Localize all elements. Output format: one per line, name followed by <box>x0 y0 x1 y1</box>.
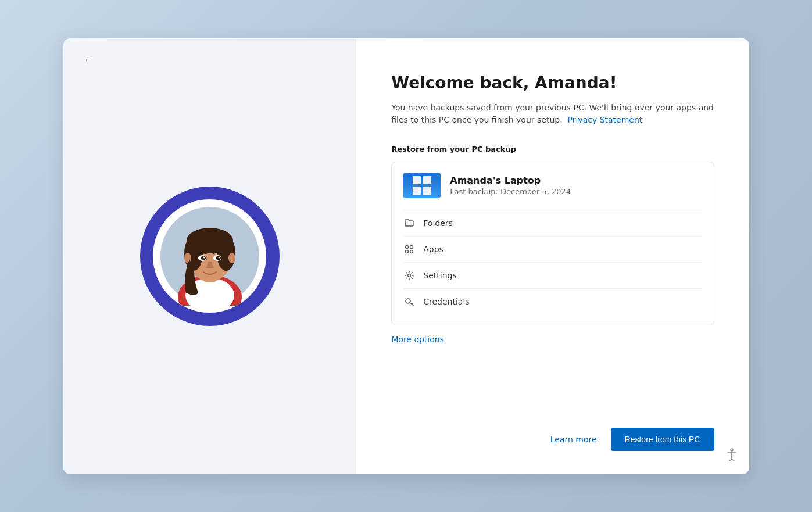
backup-items-list: Folders Apps <box>403 210 702 314</box>
svg-point-9 <box>228 253 235 263</box>
backup-header: Amanda's Laptop Last backup: December 5,… <box>403 173 702 198</box>
back-button[interactable]: ← <box>80 51 98 70</box>
svg-point-20 <box>406 245 409 248</box>
avatar-ring <box>140 187 280 326</box>
welcome-title: Welcome back, Amanda! <box>391 73 714 92</box>
credentials-label: Credentials <box>423 297 469 306</box>
windows-logo-icon <box>410 174 434 197</box>
backup-last-date: Last backup: December 5, 2024 <box>450 187 571 196</box>
learn-more-link[interactable]: Learn more <box>550 435 597 444</box>
svg-point-24 <box>408 274 411 277</box>
accessibility-icon <box>725 447 739 464</box>
backup-item-credentials: Credentials <box>403 288 702 314</box>
backup-info: Amanda's Laptop Last backup: December 5,… <box>450 175 571 196</box>
apps-icon <box>403 244 415 255</box>
restore-section-label: Restore from your PC backup <box>391 145 714 153</box>
backup-item-apps: Apps <box>403 236 702 262</box>
main-card: ← <box>63 38 749 474</box>
svg-point-22 <box>406 250 409 253</box>
credentials-icon <box>403 296 415 307</box>
svg-point-23 <box>410 250 413 253</box>
svg-rect-16 <box>413 176 421 184</box>
svg-point-21 <box>410 245 413 248</box>
svg-rect-17 <box>423 176 431 184</box>
right-panel: Welcome back, Amanda! You have backups s… <box>356 38 749 474</box>
backup-device-name: Amanda's Laptop <box>450 175 571 186</box>
folder-icon <box>403 217 415 229</box>
folders-label: Folders <box>423 219 453 228</box>
svg-rect-18 <box>413 187 421 195</box>
svg-point-15 <box>218 256 220 258</box>
apps-label: Apps <box>423 245 443 254</box>
backup-item-folders: Folders <box>403 210 702 236</box>
restore-from-pc-button[interactable]: Restore from this PC <box>611 428 714 451</box>
more-options-link[interactable]: More options <box>391 335 714 344</box>
settings-label: Settings <box>423 271 456 280</box>
settings-icon <box>403 270 415 281</box>
description-text: You have backups saved from your previou… <box>391 102 714 126</box>
bottom-actions: Learn more Restore from this PC <box>391 428 714 451</box>
laptop-thumbnail <box>403 173 441 198</box>
svg-point-14 <box>203 256 205 258</box>
left-panel <box>63 38 357 474</box>
back-arrow-icon: ← <box>84 54 94 66</box>
svg-point-26 <box>731 449 733 451</box>
privacy-statement-link[interactable]: Privacy Statement <box>568 115 643 124</box>
avatar-inner <box>153 199 266 313</box>
svg-rect-19 <box>423 187 431 195</box>
backup-card: Amanda's Laptop Last backup: December 5,… <box>391 162 714 325</box>
backup-item-settings: Settings <box>403 262 702 288</box>
avatar <box>160 207 259 306</box>
description-body: You have backups saved from your previou… <box>391 103 714 124</box>
